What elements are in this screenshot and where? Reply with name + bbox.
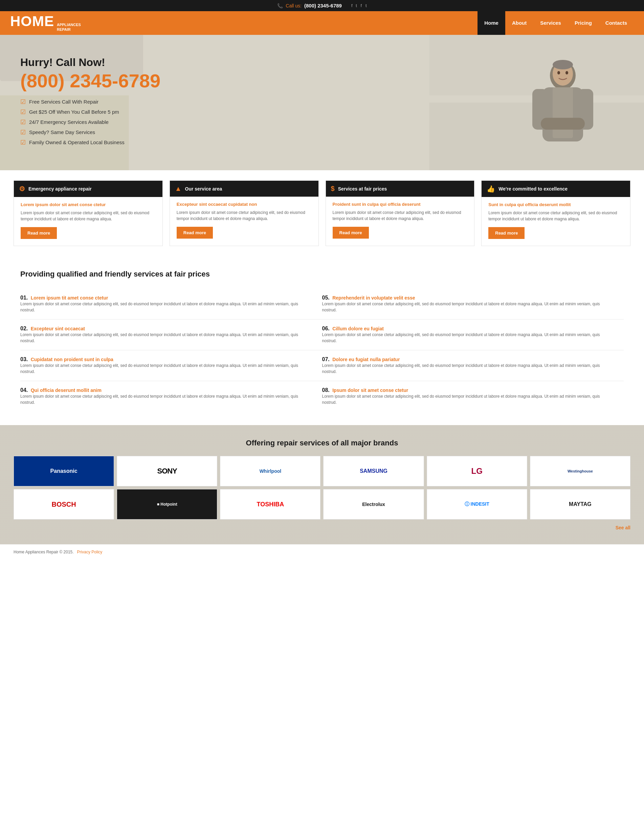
list-item: ☑Get $25 Off When You Call Before 5 pm (20, 108, 160, 116)
service-number: 06. Cillum dolore eu fugiat (322, 325, 610, 332)
card-title: Services at fair prices (338, 186, 387, 192)
feature-card-pricing: $ Services at fair prices Proident sunt … (325, 180, 475, 246)
phone-icon: 📞 (277, 3, 283, 8)
nav-services[interactable]: Services (534, 11, 568, 35)
read-more-button[interactable]: Read more (333, 227, 369, 239)
service-number: 08. Ipsum dolor sit amet conse ctetur (322, 387, 610, 393)
service-item: 08. Ipsum dolor sit amet conse ctetur Lo… (322, 381, 624, 411)
card-subtitle: Sunt in culpa qui officia deserunt molli… (488, 202, 623, 207)
check-icon: ☑ (20, 98, 26, 106)
hero-content: Hurry! Call Now! (800) 2345-6789 ☑Free S… (20, 56, 160, 149)
see-all-link[interactable]: See all (616, 525, 630, 530)
service-number: 03. Cupidatat non proident sunt in culpa (20, 356, 309, 362)
brand-samsung[interactable]: SAMSUNG (323, 456, 424, 487)
privacy-policy-link[interactable]: Privacy Policy (77, 549, 103, 554)
brand-indesit[interactable]: ⓘ INDESIT (427, 489, 527, 520)
read-more-button[interactable]: Read more (177, 227, 213, 239)
top-phone-number: (800) 2345-6789 (304, 3, 342, 8)
brand-lg[interactable]: LG (427, 456, 527, 487)
card-subtitle: Proident sunt in culpa qui officia deser… (333, 202, 468, 207)
svg-point-18 (566, 71, 568, 74)
service-item: 03. Cupidatat non proident sunt in culpa… (20, 350, 322, 381)
thumbsup-icon: 👍 (487, 185, 495, 193)
check-icon: ☑ (20, 118, 26, 126)
brand-toshiba[interactable]: TOSHIBA (220, 489, 320, 520)
read-more-button[interactable]: Read more (21, 227, 57, 239)
service-item: 02. Excepteur sint occaecat Lorem ipsum … (20, 319, 322, 350)
card-text: Lorem ipsum dolor sit amet conse ctetur … (177, 210, 312, 222)
logo-home-text: HOME (10, 14, 54, 28)
card-text: Lorem ipsum dolor sit amet conse ctetur … (21, 210, 156, 222)
brands-heading: Offering repair services of all major br… (14, 439, 630, 447)
feature-card-emergency: ⚙ Emergency appliance repair Lorem ipsum… (14, 180, 163, 246)
svg-point-19 (553, 60, 573, 69)
service-item: 04. Qui officia deserunt mollit anim Lor… (20, 381, 322, 411)
card-subtitle: Lorem ipsum dolor sit amet conse ctetur (21, 202, 156, 207)
service-item: 06. Cillum dolore eu fugiat Lorem ipsum … (322, 319, 624, 350)
header: HOME APPLIANCES REPAIR Home About Servic… (0, 11, 644, 35)
services-grid: 01. Lorem ipsum tit amet conse ctetur Lo… (20, 289, 624, 411)
service-number: 01. Lorem ipsum tit amet conse ctetur (20, 295, 309, 301)
main-nav: Home About Services Pricing Contacts (477, 11, 634, 35)
brand-sony[interactable]: SONY (117, 456, 217, 487)
dollar-icon: $ (331, 185, 335, 193)
service-item: 07. Dolore eu fugiat nulla pariatur Lore… (322, 350, 624, 381)
brand-maytag[interactable]: MAYTAG (530, 489, 630, 520)
nav-home[interactable]: Home (477, 11, 505, 35)
hero-phone: (800) 2345-6789 (20, 71, 160, 91)
feature-card-service-area: ▲ Our service area Excepteur sint occaec… (170, 180, 319, 246)
services-list-section: Providing qualified and friendly service… (0, 256, 644, 425)
facebook-link[interactable]: f (351, 3, 353, 8)
brands-section: Offering repair services of all major br… (0, 425, 644, 544)
brand-panasonic[interactable]: Panasonic (14, 456, 114, 487)
brand-electrolux[interactable]: Electrolux (323, 489, 424, 520)
check-icon: ☑ (20, 129, 26, 136)
card-header: $ Services at fair prices (326, 181, 474, 196)
card-header: 👍 We're committed to excellence (481, 181, 630, 197)
footer: Home Appliances Repair © 2015. Privacy P… (0, 544, 644, 559)
service-number: 07. Dolore eu fugiat nulla pariatur (322, 356, 610, 362)
brand-westinghouse[interactable]: Westinghouse (530, 456, 630, 487)
service-number: 04. Qui officia deserunt mollit anim (20, 387, 309, 393)
nav-contacts[interactable]: Contacts (599, 11, 634, 35)
top-bar: 📞 Call us: (800) 2345-6789 f t f t (0, 0, 644, 11)
twitter-link[interactable]: t (356, 3, 357, 8)
service-item: 05. Reprehenderit in voluptate velit ess… (322, 289, 624, 319)
hero-section: Hurry! Call Now! (800) 2345-6789 ☑Free S… (0, 35, 644, 170)
gear-icon: ⚙ (19, 185, 25, 193)
see-all-wrap: See all (14, 525, 630, 531)
logo: HOME APPLIANCES REPAIR (10, 14, 477, 32)
svg-point-17 (557, 71, 560, 74)
check-icon: ☑ (20, 108, 26, 116)
hero-heading: Hurry! Call Now! (20, 56, 160, 69)
list-item: ☑Free Services Call With Repair (20, 98, 160, 106)
service-item: 01. Lorem ipsum tit amet conse ctetur Lo… (20, 289, 322, 319)
card-title: Emergency appliance repair (28, 186, 92, 192)
social-links: f t f t (351, 3, 367, 8)
services-heading: Providing qualified and friendly service… (20, 270, 624, 279)
feature-cards-section: ⚙ Emergency appliance repair Lorem ipsum… (0, 170, 644, 256)
card-subtitle: Excepteur sint occaecat cupidatat non (177, 202, 312, 207)
list-item: ☑Speedy? Same Day Services (20, 129, 160, 136)
nav-pricing[interactable]: Pricing (568, 11, 599, 35)
list-item: ☑Family Owned & Operated Local Business (20, 139, 160, 146)
card-header: ⚙ Emergency appliance repair (14, 181, 163, 197)
hero-checklist: ☑Free Services Call With Repair ☑Get $25… (20, 98, 160, 146)
card-header: ▲ Our service area (170, 181, 319, 196)
brand-bosch[interactable]: BOSCH (14, 489, 114, 520)
svg-rect-14 (553, 87, 573, 138)
call-label: Call us: (286, 3, 302, 8)
feature-card-excellence: 👍 We're committed to excellence Sunt in … (481, 180, 630, 246)
brand-whirlpool[interactable]: Whirlpool (220, 456, 320, 487)
check-icon: ☑ (20, 139, 26, 146)
read-more-button[interactable]: Read more (488, 227, 524, 239)
location-icon: ▲ (175, 185, 182, 193)
card-text: Lorem ipsum dolor sit amet conse ctetur … (488, 210, 623, 222)
brand-hotpoint[interactable]: ■ Hotpoint (117, 489, 217, 520)
nav-about[interactable]: About (505, 11, 534, 35)
logo-subtitle: APPLIANCES REPAIR (57, 22, 81, 32)
list-item: ☑24/7 Emergency Services Available (20, 118, 160, 126)
copyright: Home Appliances Repair © 2015. (14, 549, 74, 554)
card-text: Lorem ipsum dolor sit amet conse ctetur … (333, 210, 468, 222)
service-number: 02. Excepteur sint occaecat (20, 325, 309, 332)
